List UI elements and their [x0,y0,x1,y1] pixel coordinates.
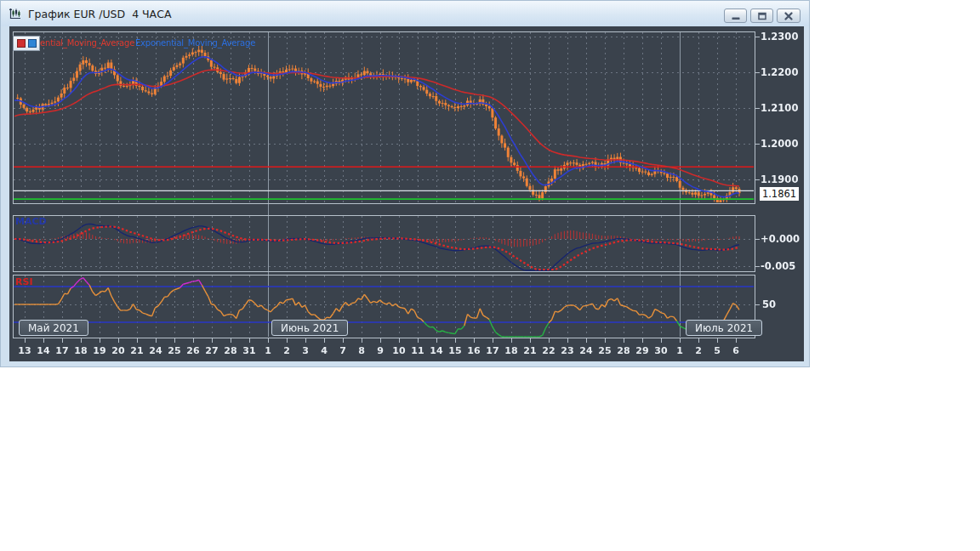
window-title: График EUR /USD 4 ЧАСА [28,8,171,20]
legend-swatches [13,36,40,51]
desktop: График EUR /USD 4 ЧАСА [0,0,980,551]
legend-ema-blue-label: Exponential_Moving_Average [135,38,255,48]
title-bar[interactable]: График EUR /USD 4 ЧАСА [1,1,809,26]
month-label-june: Июнь 2021 [271,320,348,336]
ema-blue-swatch-icon [28,39,37,48]
minimize-button[interactable] [724,9,747,23]
macd-panel-label: MACD [15,216,47,227]
ema-red-swatch-icon [17,39,26,48]
minimize-icon [731,11,741,21]
month-label-may: Май 2021 [19,320,88,336]
window-controls [724,9,801,23]
close-icon [783,11,794,21]
restore-button[interactable] [750,9,773,23]
chart-app-icon [8,6,23,21]
rsi-panel-label: RSI [15,276,33,287]
price-chart-canvas[interactable] [9,26,804,361]
restore-icon [757,11,767,21]
chart-window: График EUR /USD 4 ЧАСА [0,0,810,367]
month-label-july: Июль 2021 [686,320,762,336]
current-price-box: 1.1861 [760,187,799,201]
close-button[interactable] [777,9,801,23]
